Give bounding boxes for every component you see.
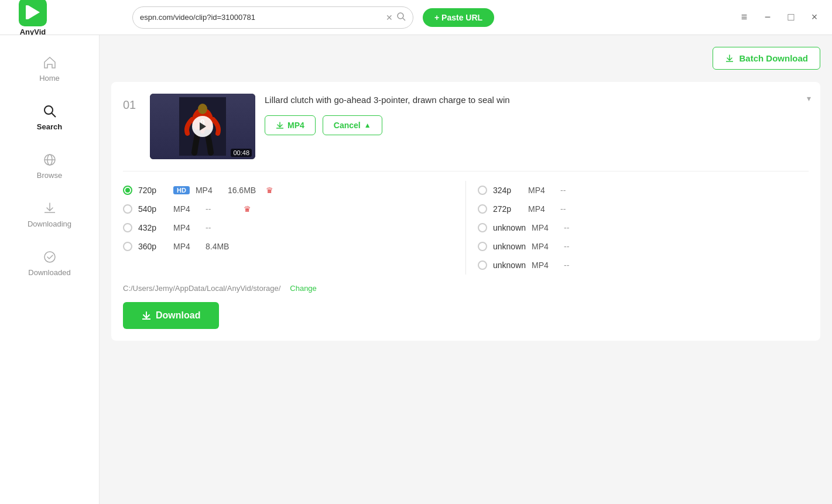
logo-area: AnyVid — [9, 0, 56, 36]
type-324p: MP4 — [528, 186, 554, 195]
format-row-360p: 360p MP4 8.4MB — [123, 237, 454, 256]
paste-url-button[interactable]: + Paste URL — [423, 8, 494, 27]
format-row-540p: 540p MP4 -- ♛ — [123, 200, 454, 218]
download-icon — [725, 54, 734, 63]
size-unknown2: -- — [564, 242, 596, 251]
size-324p: -- — [560, 186, 593, 195]
quality-360p: 360p — [138, 242, 167, 251]
download-button[interactable]: Download — [123, 302, 219, 329]
radio-360p[interactable] — [123, 242, 132, 251]
quality-unknown3: unknown — [493, 260, 526, 270]
downloading-icon — [41, 200, 59, 217]
size-360p: 8.4MB — [206, 242, 238, 251]
video-thumbnail[interactable]: 0 00:48 — [150, 94, 255, 159]
batch-download-button[interactable]: Batch Download — [713, 47, 820, 70]
search-icon — [41, 102, 59, 120]
type-360p: MP4 — [173, 242, 200, 251]
size-unknown1: -- — [564, 223, 596, 232]
type-540p: MP4 — [173, 204, 200, 214]
main-layout: Home Search Browse — [0, 35, 832, 504]
crown-icon-720p: ♛ — [266, 186, 273, 195]
url-text: espn.com/video/clip?id=31000781 — [140, 13, 382, 22]
quality-272p: 272p — [493, 204, 522, 214]
format-divider — [465, 181, 466, 275]
radio-720p[interactable] — [123, 186, 132, 195]
logo-svg — [23, 3, 42, 22]
sidebar-label-browse: Browse — [37, 171, 62, 180]
title-bar: AnyVid espn.com/video/clip?id=31000781 ✕… — [0, 0, 832, 35]
download-small-icon — [276, 121, 284, 129]
sidebar: Home Search Browse — [0, 35, 100, 504]
quality-432p: 432p — [138, 223, 167, 232]
play-button-overlay[interactable] — [192, 116, 213, 137]
format-row-unknown3: unknown MP4 -- — [478, 256, 809, 275]
svg-point-4 — [44, 106, 53, 114]
radio-unknown3[interactable] — [478, 260, 487, 270]
quality-unknown1: unknown — [493, 223, 526, 232]
radio-272p[interactable] — [478, 204, 487, 214]
home-icon — [41, 54, 59, 71]
content-area: Batch Download ▾ 01 — [100, 35, 832, 504]
sidebar-item-downloading[interactable]: Downloading — [0, 193, 99, 235]
svg-marker-0 — [28, 5, 40, 19]
quality-720p: 720p — [138, 186, 167, 195]
radio-324p[interactable] — [478, 186, 487, 195]
video-number: 01 — [123, 94, 141, 112]
svg-line-3 — [403, 18, 405, 20]
radio-540p[interactable] — [123, 204, 132, 214]
browse-icon — [41, 151, 59, 169]
svg-point-12 — [198, 104, 207, 114]
close-button[interactable]: × — [806, 9, 823, 26]
url-search-icon[interactable] — [396, 12, 406, 23]
sidebar-label-search: Search — [37, 122, 62, 131]
svg-marker-14 — [200, 122, 206, 131]
sidebar-item-downloaded[interactable]: Downloaded — [0, 241, 99, 284]
radio-unknown2[interactable] — [478, 242, 487, 251]
video-duration: 00:48 — [231, 149, 252, 157]
size-272p: -- — [560, 204, 593, 214]
svg-point-2 — [398, 13, 403, 19]
format-row-unknown2: unknown MP4 -- — [478, 237, 809, 256]
maximize-button[interactable]: □ — [783, 9, 799, 26]
storage-path: C:/Users/Jemy/AppData/Local/AnyVid/stora… — [123, 284, 280, 293]
svg-rect-1 — [26, 5, 28, 19]
hd-badge: HD — [173, 186, 190, 194]
crown-icon-540p: ♛ — [244, 204, 251, 214]
sidebar-label-home: Home — [39, 74, 60, 83]
expand-chevron-icon[interactable]: ▾ — [807, 94, 811, 103]
menu-button[interactable]: ≡ — [736, 9, 752, 26]
quality-324p: 324p — [493, 186, 522, 195]
storage-row: C:/Users/Jemy/AppData/Local/AnyVid/stora… — [123, 284, 809, 293]
window-controls: ≡ − □ × — [736, 9, 823, 26]
url-clear-icon[interactable]: ✕ — [386, 13, 393, 22]
cancel-button[interactable]: Cancel ▲ — [323, 115, 382, 135]
downloaded-icon — [41, 248, 59, 266]
format-row-272p: 272p MP4 -- — [478, 200, 809, 218]
format-row-432p: 432p MP4 -- — [123, 218, 454, 237]
format-row-720p: 720p HD MP4 16.6MB ♛ — [123, 181, 454, 200]
format-row-unknown1: unknown MP4 -- — [478, 218, 809, 237]
sidebar-item-browse[interactable]: Browse — [0, 144, 99, 187]
minimize-button[interactable]: − — [759, 9, 776, 26]
sidebar-label-downloading: Downloading — [28, 220, 71, 228]
download-btn-icon — [142, 311, 151, 320]
video-card: ▾ 01 — [111, 82, 820, 341]
type-272p: MP4 — [528, 204, 554, 214]
sidebar-item-home[interactable]: Home — [0, 47, 99, 90]
mp4-download-button[interactable]: MP4 — [265, 115, 316, 135]
format-col-left: 720p HD MP4 16.6MB ♛ 540p MP4 -- ♛ — [123, 181, 454, 275]
sidebar-item-search[interactable]: Search — [0, 95, 99, 138]
radio-432p[interactable] — [123, 223, 132, 232]
change-path-link[interactable]: Change — [290, 284, 317, 293]
type-720p: MP4 — [196, 186, 222, 195]
size-unknown3: -- — [564, 260, 596, 270]
radio-unknown1[interactable] — [478, 223, 487, 232]
type-unknown3: MP4 — [532, 260, 558, 270]
type-unknown2: MP4 — [532, 242, 558, 251]
url-bar: espn.com/video/clip?id=31000781 ✕ — [132, 6, 413, 29]
format-selection: 720p HD MP4 16.6MB ♛ 540p MP4 -- ♛ — [123, 171, 809, 275]
video-title: Lillard clutch with go-ahead 3-pointer, … — [265, 94, 809, 106]
video-header: 01 — [123, 94, 809, 159]
svg-line-5 — [52, 114, 56, 118]
video-info: Lillard clutch with go-ahead 3-pointer, … — [265, 94, 809, 135]
